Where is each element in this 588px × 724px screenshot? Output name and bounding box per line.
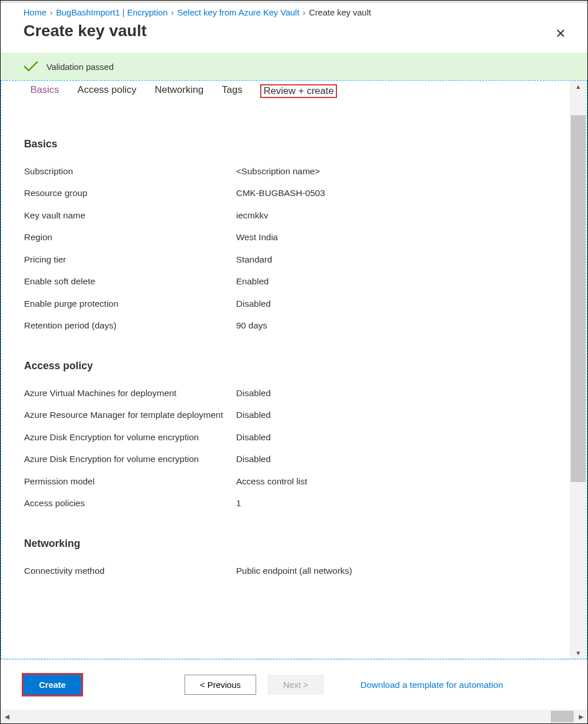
tab-access-policy[interactable]: Access policy	[77, 84, 137, 98]
page-title: Create key vault	[23, 22, 147, 40]
section-heading-basics: Basics	[24, 138, 547, 150]
row-label: Resource group	[24, 187, 236, 199]
previous-button[interactable]: < Previous	[185, 675, 256, 695]
table-row: Subscription<Subscription name>	[24, 161, 547, 182]
table-row: Connectivity methodPublic endpoint (all …	[24, 560, 547, 582]
content-area: Basics Access policy Networking Tags Rev…	[1, 80, 587, 659]
breadcrumb-item-2[interactable]: Select key from Azure Key Vault	[177, 7, 299, 17]
row-label: Pricing tier	[24, 253, 236, 266]
row-label: Region	[24, 231, 236, 244]
row-value: Standard	[236, 253, 547, 266]
vertical-scrollbar[interactable]: ▲ ▼	[570, 81, 587, 659]
row-label: Connectivity method	[24, 565, 236, 577]
row-value: Disabled	[236, 298, 547, 310]
tab-review-create[interactable]: Review + create	[260, 84, 337, 98]
tabs: Basics Access policy Networking Tags Rev…	[1, 81, 570, 98]
breadcrumb-current: Create key vault	[309, 7, 371, 17]
row-value: CMK-BUGBASH-0503	[236, 187, 547, 199]
row-label: Permission model	[24, 475, 236, 488]
scroll-up-arrow-icon[interactable]: ▲	[570, 81, 587, 92]
tab-basics[interactable]: Basics	[30, 84, 60, 98]
next-button: Next >	[268, 675, 324, 695]
section-heading-access-policy: Access policy	[24, 360, 547, 372]
row-value: <Subscription name>	[236, 165, 547, 178]
table-row: Azure Resource Manager for template depl…	[24, 404, 547, 426]
row-label: Azure Disk Encryption for volume encrypt…	[24, 453, 236, 465]
row-label: Access policies	[24, 497, 236, 510]
table-row: Enable purge protectionDisabled	[24, 293, 547, 315]
scrollbar-thumb[interactable]	[551, 711, 574, 722]
table-row: Pricing tierStandard	[24, 249, 547, 271]
scrollbar-thumb[interactable]	[571, 115, 586, 482]
validation-message: Validation passed	[46, 62, 113, 72]
section-heading-networking: Networking	[24, 538, 547, 550]
row-value: West India	[236, 231, 547, 244]
row-label: Azure Disk Encryption for volume encrypt…	[24, 431, 236, 444]
breadcrumb-item-1[interactable]: BugBashImport1 | Encryption	[56, 7, 168, 17]
close-button[interactable]: ✕	[551, 25, 570, 42]
row-value: 1	[236, 497, 547, 510]
row-label: Subscription	[24, 165, 236, 178]
row-label: Azure Virtual Machines for deployment	[24, 387, 236, 400]
scroll-right-arrow-icon[interactable]: ▶	[575, 710, 587, 723]
chevron-right-icon: ›	[303, 8, 305, 17]
table-row: Resource groupCMK-BUGBASH-0503	[24, 182, 547, 204]
table-row: Azure Disk Encryption for volume encrypt…	[24, 448, 547, 470]
table-row: Access policies1	[24, 492, 547, 514]
scroll-left-arrow-icon[interactable]: ◀	[1, 710, 13, 723]
row-value: iecmkkv	[236, 209, 547, 222]
row-value: 90 days	[236, 319, 547, 332]
download-template-link[interactable]: Download a template for automation	[360, 680, 503, 690]
row-label: Azure Resource Manager for template depl…	[24, 409, 236, 421]
row-value: Disabled	[236, 453, 547, 465]
table-row: Key vault nameiecmkkv	[24, 205, 547, 226]
checkmark-icon	[23, 61, 38, 72]
table-row: Permission modelAccess control list	[24, 471, 547, 492]
row-value: Disabled	[236, 387, 547, 400]
table-row: Azure Disk Encryption for volume encrypt…	[24, 426, 547, 448]
row-label: Retention period (days)	[24, 319, 236, 332]
tab-networking[interactable]: Networking	[154, 84, 204, 98]
row-label: Enable purge protection	[24, 298, 236, 310]
row-label: Key vault name	[24, 209, 236, 222]
row-value: Public endpoint (all networks)	[236, 565, 547, 577]
table-row: Retention period (days)90 days	[24, 315, 547, 336]
row-value: Disabled	[236, 431, 547, 444]
footer-actions: Create < Previous Next > Download a temp…	[1, 659, 587, 710]
table-row: Azure Virtual Machines for deploymentDis…	[24, 382, 547, 404]
table-row: Enable soft deleteEnabled	[24, 271, 547, 292]
tab-tags[interactable]: Tags	[221, 84, 243, 98]
table-row: RegionWest India	[24, 226, 547, 248]
row-value: Enabled	[236, 275, 547, 288]
close-icon: ✕	[555, 26, 566, 41]
scroll-down-arrow-icon[interactable]: ▼	[570, 647, 587, 659]
breadcrumb: Home › BugBashImport1 | Encryption › Sel…	[1, 3, 587, 19]
horizontal-scrollbar[interactable]: ◀ ▶	[1, 710, 587, 723]
row-label: Enable soft delete	[24, 275, 236, 288]
chevron-right-icon: ›	[171, 8, 174, 17]
chevron-right-icon: ›	[50, 8, 53, 17]
row-value: Access control list	[236, 475, 547, 488]
validation-banner: Validation passed	[1, 53, 587, 80]
row-value: Disabled	[236, 409, 547, 421]
breadcrumb-home[interactable]: Home	[23, 7, 46, 17]
create-button[interactable]: Create	[23, 675, 81, 695]
